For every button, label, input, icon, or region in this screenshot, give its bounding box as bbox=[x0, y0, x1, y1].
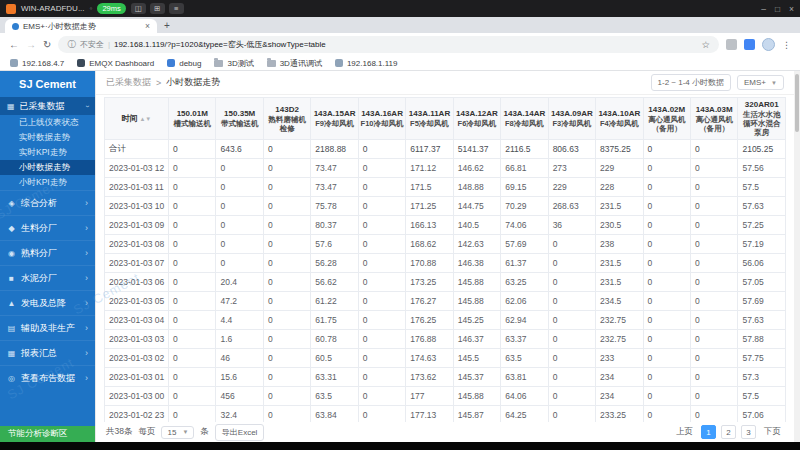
table-row[interactable]: 2023-01-03 0301.6060.780176.88146.3763.3… bbox=[105, 330, 786, 349]
value-cell: 0 bbox=[643, 292, 690, 311]
display-icon[interactable]: ◫ bbox=[131, 3, 146, 14]
sidebar-groups: ◈综合分析›◆生料分厂›◉熟料分厂›■水泥分厂›▲发电及总降›▤辅助及非生产›▦… bbox=[0, 190, 95, 390]
column-header[interactable]: 143D2熟料磨辅机检修 bbox=[263, 98, 310, 140]
table-row[interactable]: 2023-01-03 0404.4061.750176.25145.2562.9… bbox=[105, 311, 786, 330]
table-row[interactable]: 2023-01-03 02046060.50174.63145.563.5023… bbox=[105, 349, 786, 368]
total-row[interactable]: 合计0643.602188.8806117.375141.372116.5806… bbox=[105, 140, 786, 159]
column-header[interactable]: 143A.11ARF5冷却风机 bbox=[406, 98, 453, 140]
browser-menu-icon[interactable]: ⋮ bbox=[782, 40, 791, 50]
table-row[interactable]: 2023-01-03 000456063.50177145.8864.06023… bbox=[105, 387, 786, 406]
page-size-select[interactable]: 15 ▼ bbox=[161, 426, 194, 439]
column-header[interactable]: 143A.03M离心通风机（备用） bbox=[690, 98, 737, 140]
app-area: SJ Cement SJ Cement SJ Cement SJ Cement … bbox=[0, 71, 800, 442]
sidebar-group[interactable]: ▤辅助及非生产› bbox=[0, 315, 95, 340]
column-header[interactable]: 320AR01生活水水池循环水混合泵房 bbox=[738, 98, 786, 140]
system-select[interactable]: EMS+ ▼ bbox=[737, 75, 784, 90]
browser-tab[interactable]: EMS+·小时数据走势 × bbox=[5, 19, 157, 33]
column-header[interactable]: 143A.16ARF10冷却风机 bbox=[358, 98, 405, 140]
sidebar-group[interactable]: ▲发电及总降› bbox=[0, 290, 95, 315]
column-header[interactable]: 143A.14ARF8冷却风机 bbox=[501, 98, 548, 140]
pin-icon[interactable]: ◦ bbox=[90, 4, 93, 13]
value-cell: 142.63 bbox=[453, 235, 500, 254]
column-header[interactable]: 143A.10ARF4冷却风机 bbox=[596, 98, 643, 140]
page-scrollbar[interactable] bbox=[794, 71, 800, 442]
bookmark-item[interactable]: EMQX Dashboard bbox=[77, 59, 154, 68]
sidebar-group[interactable]: ▦报表汇总› bbox=[0, 340, 95, 365]
reload-icon[interactable]: ↻ bbox=[43, 40, 51, 50]
session-grid-icon[interactable]: ⊞ bbox=[150, 3, 165, 14]
prev-page-button[interactable]: 上页 bbox=[673, 425, 696, 439]
column-header[interactable]: 143A.02M离心通风机（备用） bbox=[643, 98, 690, 140]
value-cell: 57.19 bbox=[738, 235, 786, 254]
value-cell: 64.25 bbox=[501, 406, 548, 423]
forward-icon[interactable]: → bbox=[26, 40, 36, 50]
sidebar-subitem[interactable]: 实时数据走势 bbox=[0, 130, 95, 145]
sidebar-group[interactable]: ◎查看布告数据› bbox=[0, 365, 95, 390]
export-excel-button[interactable]: 导出Excel bbox=[215, 424, 265, 441]
column-header[interactable]: 143A.09ARF3冷却风机 bbox=[548, 98, 595, 140]
scrollbar-thumb[interactable] bbox=[795, 74, 799, 132]
column-header[interactable]: 150.01M槽式输送机 bbox=[169, 98, 216, 140]
table-row[interactable]: 2023-01-03 1100073.470171.5148.8869.1522… bbox=[105, 178, 786, 197]
table-row[interactable]: 2023-01-03 0900080.370166.13140.574.0636… bbox=[105, 216, 786, 235]
sidebar-subitem[interactable]: 小时数据走势 bbox=[0, 160, 95, 175]
table-row[interactable]: 2023-01-03 0800057.60168.62142.6357.6902… bbox=[105, 235, 786, 254]
value-cell: 806.63 bbox=[548, 140, 595, 159]
next-page-button[interactable]: 下页 bbox=[761, 425, 784, 439]
bookmark-item[interactable]: 3D通讯调试 bbox=[267, 58, 322, 69]
table-row[interactable]: 2023-01-03 0700056.280170.88146.3861.370… bbox=[105, 254, 786, 273]
address-bar[interactable]: ⓘ 不安全 | 192.168.1.119/?p=1020&typee=窑头-低… bbox=[58, 36, 719, 53]
table-row[interactable]: 2023-01-03 05047.2061.220176.27145.8862.… bbox=[105, 292, 786, 311]
value-cell: 0 bbox=[548, 330, 595, 349]
sort-icon[interactable]: ▲▼ bbox=[138, 116, 152, 122]
extension-puzzle-icon[interactable] bbox=[726, 39, 737, 50]
value-cell: 0 bbox=[690, 406, 737, 423]
value-cell: 0 bbox=[548, 311, 595, 330]
bookmark-item[interactable]: 192.168.1.119 bbox=[335, 59, 398, 68]
bookmark-star-icon[interactable]: ☆ bbox=[701, 39, 710, 50]
table-row[interactable]: 2023-01-03 06020.4056.620173.25145.8863.… bbox=[105, 273, 786, 292]
extension-icon[interactable] bbox=[744, 39, 755, 50]
date-range-chip[interactable]: 1-2 ~ 1-4 小时数据 bbox=[651, 74, 731, 91]
column-header[interactable]: 143A.15ARF9冷却风机 bbox=[311, 98, 358, 140]
bookmark-label: EMQX Dashboard bbox=[89, 59, 154, 68]
sidebar: SJ Cement ▦ 已采集数据 › 已上线仪表状态实时数据走势实时KPI走势… bbox=[0, 71, 95, 442]
value-cell: 62.94 bbox=[501, 311, 548, 330]
value-cell: 177 bbox=[406, 387, 453, 406]
sidebar-subitem[interactable]: 已上线仪表状态 bbox=[0, 115, 95, 130]
table-row[interactable]: 2023-01-03 01015.6063.310173.62145.3763.… bbox=[105, 368, 786, 387]
page-button[interactable]: 3 bbox=[741, 425, 756, 439]
page-button[interactable]: 2 bbox=[721, 425, 736, 439]
column-header[interactable]: 150.35M带式输送机 bbox=[216, 98, 263, 140]
sidebar-group[interactable]: ■水泥分厂› bbox=[0, 265, 95, 290]
value-cell: 0 bbox=[690, 273, 737, 292]
bookmark-item[interactable]: 192.168.4.7 bbox=[10, 59, 64, 68]
table-row[interactable]: 2023-01-02 23032.4063.840177.13145.8764.… bbox=[105, 406, 786, 423]
sidebar-group[interactable]: ◉熟料分厂› bbox=[0, 240, 95, 265]
column-header[interactable]: 143A.12ARF6冷却风机 bbox=[453, 98, 500, 140]
back-icon[interactable]: ← bbox=[9, 40, 19, 50]
profile-avatar[interactable] bbox=[762, 38, 775, 51]
sidebar-subitem[interactable]: 实时KPI走势 bbox=[0, 145, 95, 160]
close-icon[interactable]: × bbox=[789, 4, 794, 14]
sidebar-group-collected-data[interactable]: ▦ 已采集数据 › bbox=[0, 97, 95, 115]
site-info-icon[interactable]: ⓘ bbox=[67, 39, 76, 51]
table-row[interactable]: 2023-01-03 1000075.780171.25144.7570.292… bbox=[105, 197, 786, 216]
tab-close-icon[interactable]: × bbox=[145, 21, 150, 31]
maximize-icon[interactable]: □ bbox=[775, 4, 780, 14]
column-header[interactable]: 时间 ▲▼ bbox=[105, 98, 169, 140]
value-cell: 47.2 bbox=[216, 292, 263, 311]
breadcrumb-parent[interactable]: 已采集数据 bbox=[106, 76, 151, 89]
sidebar-group[interactable]: ◆生料分厂› bbox=[0, 215, 95, 240]
table-row[interactable]: 2023-01-03 1200073.470171.12146.6266.812… bbox=[105, 159, 786, 178]
sidebar-item-energy-analysis[interactable]: 节能分析诊断区 bbox=[0, 426, 95, 442]
sidebar-subitem[interactable]: 小时KPI走势 bbox=[0, 175, 95, 190]
bookmark-item[interactable]: debug bbox=[167, 59, 201, 68]
toolbar-menu-icon[interactable]: ≡ bbox=[169, 3, 184, 14]
page-button[interactable]: 1 bbox=[701, 425, 716, 439]
bookmarks-bar: 192.168.4.7EMQX Dashboarddebug3D测试3D通讯调试… bbox=[0, 56, 800, 71]
bookmark-item[interactable]: 3D测试 bbox=[214, 58, 253, 69]
minimize-icon[interactable]: – bbox=[761, 4, 766, 14]
sidebar-group[interactable]: ◈综合分析› bbox=[0, 190, 95, 215]
new-tab-button[interactable]: + bbox=[164, 20, 170, 31]
